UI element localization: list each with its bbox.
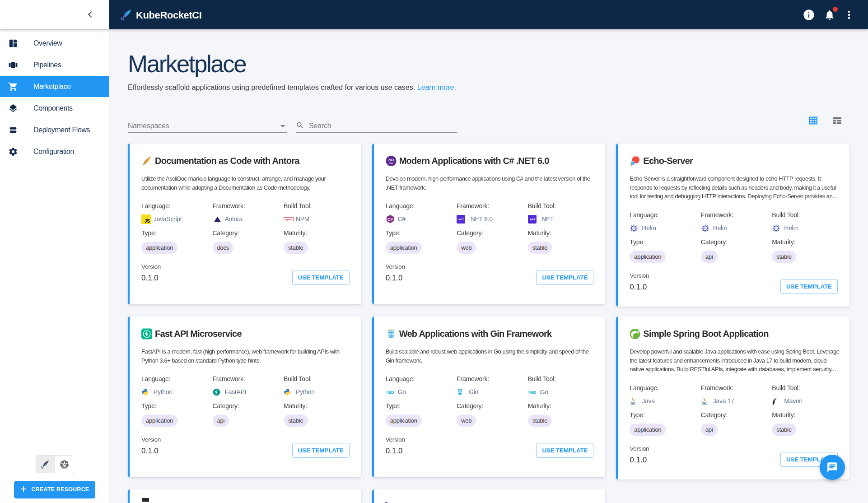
svg-text:Core: Core xyxy=(388,162,393,164)
svg-text:GO: GO xyxy=(530,390,536,395)
svg-text:GO: GO xyxy=(387,390,394,395)
svg-text:.NET: .NET xyxy=(529,218,535,221)
svg-text:.NET: .NET xyxy=(458,218,464,221)
svg-text:C#: C# xyxy=(387,217,393,222)
svg-text:JS: JS xyxy=(145,219,150,224)
svg-text:npm: npm xyxy=(285,218,292,221)
svg-text:.NET: .NET xyxy=(388,158,394,161)
